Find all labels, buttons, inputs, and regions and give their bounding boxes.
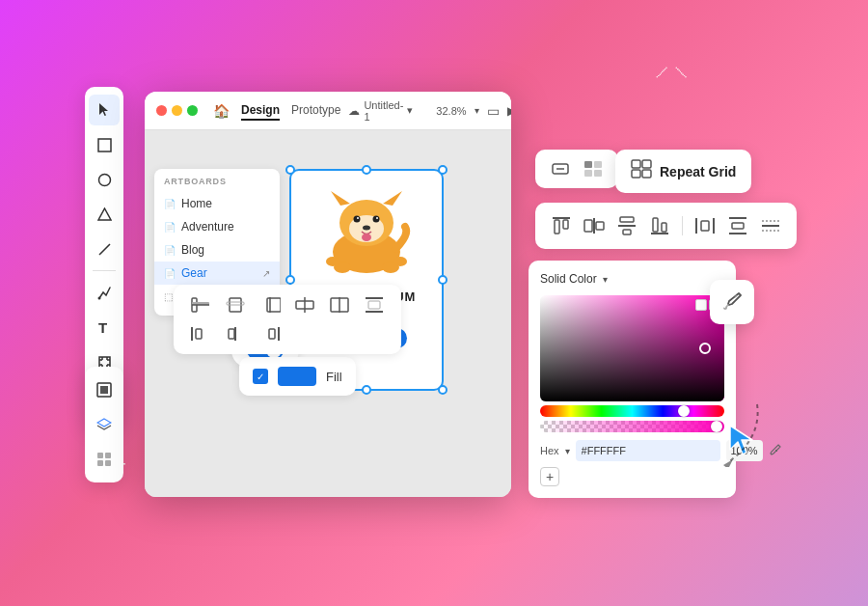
align-icon-7[interactable] <box>187 323 214 344</box>
artboard-item-gear[interactable]: 📄 Gear ↗ <box>154 262 280 285</box>
ap-divider <box>682 216 683 235</box>
artboard-name-gear: Gear <box>181 266 207 280</box>
align-icon-9[interactable] <box>257 323 284 344</box>
distribute-h-btn[interactable] <box>691 212 719 239</box>
align-icon-2[interactable] <box>222 294 249 316</box>
device-preview-icon[interactable]: ▭ <box>487 103 500 119</box>
align-icon-3[interactable] <box>257 294 284 316</box>
artboard-item-adventure[interactable]: 📄 Adventure <box>154 215 280 238</box>
color-picker-cursor[interactable] <box>699 343 711 354</box>
svg-rect-73 <box>701 221 709 231</box>
svg-rect-13 <box>105 460 111 466</box>
fill-color-swatch[interactable] <box>278 367 316 386</box>
svg-rect-70 <box>662 223 666 232</box>
tab-prototype[interactable]: Prototype <box>291 101 340 121</box>
align-hcenter-btn[interactable] <box>612 212 641 239</box>
align-icon-1[interactable] <box>187 294 214 316</box>
align-panel-2 <box>535 203 797 249</box>
selection-handle-tm[interactable] <box>362 165 371 175</box>
minus-btn[interactable] <box>547 157 574 180</box>
distribute-v-btn[interactable] <box>723 212 752 239</box>
svg-rect-9 <box>100 386 108 394</box>
svg-marker-16 <box>331 191 350 206</box>
close-button[interactable] <box>156 105 167 116</box>
swatch-white[interactable] <box>695 299 707 311</box>
tab-design[interactable]: Design <box>241 101 280 121</box>
svg-rect-66 <box>620 217 634 222</box>
ellipse-tool-button[interactable] <box>89 164 120 195</box>
svg-rect-48 <box>269 329 275 339</box>
artboard-name-blog: Blog <box>181 243 204 257</box>
svg-rect-76 <box>732 223 744 229</box>
svg-rect-51 <box>584 161 592 168</box>
eyedropper-tool-button[interactable] <box>710 280 754 324</box>
file-name: Untitled-1 <box>364 99 403 123</box>
hex-dropdown-icon[interactable]: ▾ <box>565 446 570 456</box>
rectangle-tool-button[interactable] <box>89 129 120 160</box>
svg-point-27 <box>326 257 339 266</box>
selection-handle-rm[interactable] <box>438 275 448 285</box>
svg-rect-56 <box>642 160 651 168</box>
align-row-2 <box>187 323 388 344</box>
zoom-level[interactable]: 32.8% <box>436 105 466 117</box>
align-top-btn[interactable] <box>547 212 576 239</box>
fill-widget: ✓ Fill <box>239 357 356 396</box>
zoom-dropdown[interactable]: ▾ <box>475 105 479 116</box>
svg-rect-67 <box>623 230 631 234</box>
selection-handle-br[interactable] <box>438 385 448 395</box>
svg-rect-55 <box>632 160 640 168</box>
svg-rect-54 <box>594 170 602 177</box>
text-tool-button[interactable]: T <box>89 312 120 343</box>
svg-point-3 <box>97 296 100 299</box>
svg-rect-52 <box>594 161 602 168</box>
minus-grid-panel <box>535 150 618 188</box>
assets-button[interactable] <box>89 444 120 475</box>
line-tool-button[interactable] <box>89 234 120 264</box>
frame-tool-button[interactable] <box>89 374 120 405</box>
hex-label: Hex <box>540 445 559 456</box>
svg-rect-44 <box>196 329 202 339</box>
svg-rect-58 <box>642 170 651 178</box>
color-gradient-picker[interactable] <box>540 295 724 401</box>
svg-rect-60 <box>555 220 559 234</box>
artboard-item-blog[interactable]: 📄 Blog <box>154 238 280 262</box>
align-icon-5[interactable] <box>326 294 353 316</box>
selection-handle-tl[interactable] <box>285 165 295 175</box>
gradient-dark-layer <box>540 295 724 401</box>
svg-rect-61 <box>563 220 568 229</box>
align-icon-8[interactable] <box>222 323 249 344</box>
svg-rect-5 <box>99 357 110 368</box>
layers-button[interactable] <box>89 409 120 440</box>
selection-handle-tr[interactable] <box>438 165 448 175</box>
bottom-left-panel <box>85 367 123 482</box>
pen-tool-button[interactable] <box>89 277 120 308</box>
grid-btn[interactable] <box>580 157 607 180</box>
artboard-icon-adventure: 📄 <box>164 222 176 233</box>
selection-handle-lm[interactable] <box>285 275 295 285</box>
play-button[interactable]: ▶ <box>507 104 511 118</box>
maximize-button[interactable] <box>187 105 198 116</box>
svg-rect-12 <box>97 460 103 466</box>
eyedropper-icon[interactable] <box>769 443 782 459</box>
align-icon-6[interactable] <box>361 294 388 316</box>
select-tool-button[interactable] <box>89 95 120 125</box>
color-panel-dropdown-icon[interactable]: ▾ <box>603 274 608 285</box>
minimize-button[interactable] <box>172 105 182 116</box>
fill-checkbox[interactable]: ✓ <box>253 369 268 384</box>
home-icon[interactable]: 🏠 <box>213 103 230 119</box>
repeat-grid-label: Repeat Grid <box>660 164 736 179</box>
artboards-section-label: ARTBOARDS <box>154 177 280 192</box>
triangle-tool-button[interactable] <box>89 199 120 230</box>
selection-handle-bm[interactable] <box>362 385 371 395</box>
align-icon-4[interactable] <box>291 294 318 316</box>
align-vcenter-btn[interactable] <box>580 212 609 239</box>
svg-text:T: T <box>98 319 107 335</box>
padding-btn[interactable] <box>756 212 785 239</box>
svg-rect-57 <box>632 170 640 178</box>
add-color-button[interactable]: + <box>540 467 559 486</box>
file-dropdown-icon[interactable]: ▾ <box>407 104 413 117</box>
artboard-item-home[interactable]: 📄 Home <box>154 192 280 215</box>
svg-point-21 <box>357 217 359 219</box>
align-bottom-btn[interactable] <box>645 212 674 239</box>
svg-rect-63 <box>584 220 592 232</box>
